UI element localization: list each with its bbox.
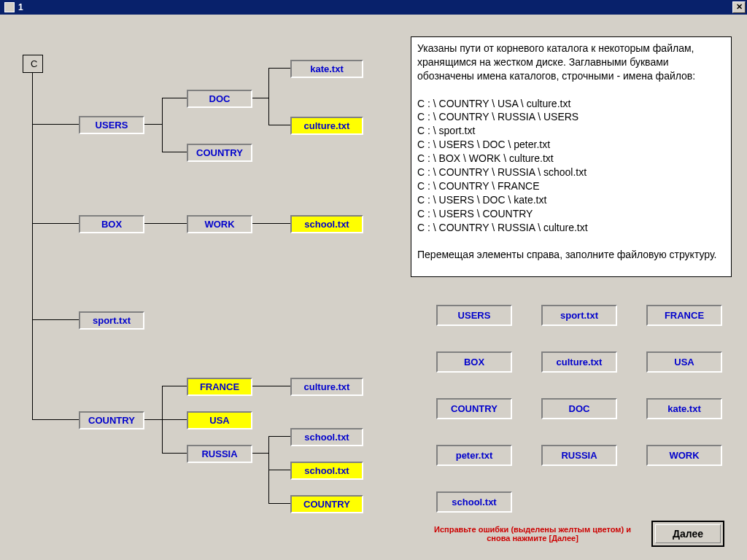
palette-item[interactable]: kate.txt <box>646 398 722 419</box>
tree-node-users[interactable]: USERS <box>79 116 144 134</box>
next-button[interactable]: Далее <box>651 521 724 547</box>
error-hint: Исправьте ошибки (выделены желтым цветом… <box>423 525 642 542</box>
tree-node-box[interactable]: BOX <box>79 215 144 233</box>
tree-root: C <box>23 55 43 73</box>
palette-item[interactable]: RUSSIA <box>541 445 617 466</box>
instructions-path: C : \ BOX \ WORK \ culture.txt <box>417 152 554 164</box>
palette-item[interactable]: sport.txt <box>541 305 617 326</box>
palette-item[interactable]: DOC <box>541 398 617 419</box>
instructions-path: C : \ COUNTRY \ RUSSIA \ culture.txt <box>417 222 588 233</box>
tree-file-school-2[interactable]: school.txt <box>290 428 363 446</box>
tree-node-country-1[interactable]: COUNTRY <box>187 144 252 162</box>
palette-item[interactable]: USA <box>646 351 722 373</box>
tree-node-work[interactable]: WORK <box>187 215 252 233</box>
palette-item[interactable]: WORK <box>646 445 722 466</box>
palette-item[interactable]: BOX <box>436 351 512 373</box>
instructions-path: C : \ COUNTRY \ RUSSIA \ school.txt <box>417 166 587 178</box>
instructions-path: C : \ COUNTRY \ FRANCE <box>417 180 540 192</box>
tree-file-culture-1[interactable]: culture.txt <box>290 117 363 135</box>
instructions-path: C : \ COUNTRY \ RUSSIA \ USERS <box>417 111 578 122</box>
tree-file-school-1[interactable]: school.txt <box>290 215 363 233</box>
instructions-path: C : \ COUNTRY \ USA \ culture.txt <box>417 98 570 109</box>
tree-node-france[interactable]: FRANCE <box>187 378 252 396</box>
palette-item[interactable]: culture.txt <box>541 351 617 373</box>
titlebar: 1 ✕ <box>0 0 747 15</box>
tree-node-russia[interactable]: RUSSIA <box>187 445 252 463</box>
tree-node-doc[interactable]: DOC <box>187 90 252 108</box>
tree-file-school-3[interactable]: school.txt <box>290 462 363 480</box>
palette-item[interactable]: peter.txt <box>436 445 512 466</box>
palette-item[interactable]: USERS <box>436 305 512 326</box>
tree-node-usa[interactable]: USA <box>187 411 252 429</box>
palette-item[interactable]: school.txt <box>436 491 512 513</box>
instructions-path: C : \ sport.txt <box>417 125 475 136</box>
palette-item[interactable]: FRANCE <box>646 305 722 326</box>
instructions-path: C : \ USERS \ DOC \ kate.txt <box>417 194 546 206</box>
instructions-outro: Перемещая элементы справа, заполните фай… <box>417 249 716 260</box>
instructions-intro: Указаны пути от корневого каталога к нек… <box>417 42 697 82</box>
tree-node-country-3[interactable]: COUNTRY <box>290 495 363 513</box>
client-area: C USERS DOC COUNTRY kate.txt culture.txt… <box>0 15 747 560</box>
palette-item[interactable]: COUNTRY <box>436 398 512 419</box>
tree-node-country-2[interactable]: COUNTRY <box>79 411 144 429</box>
close-icon[interactable]: ✕ <box>732 1 746 13</box>
tree-file-sport[interactable]: sport.txt <box>79 311 144 330</box>
instructions-path: C : \ USERS \ COUNTRY <box>417 208 533 219</box>
instructions-path: C : \ USERS \ DOC \ peter.txt <box>417 139 550 150</box>
window-title: 1 <box>18 2 23 12</box>
tree-file-culture-2[interactable]: culture.txt <box>290 378 363 396</box>
app-icon <box>4 2 15 12</box>
instructions-panel: Указаны пути от корневого каталога к нек… <box>411 36 732 277</box>
tree-file-kate[interactable]: kate.txt <box>290 60 363 78</box>
